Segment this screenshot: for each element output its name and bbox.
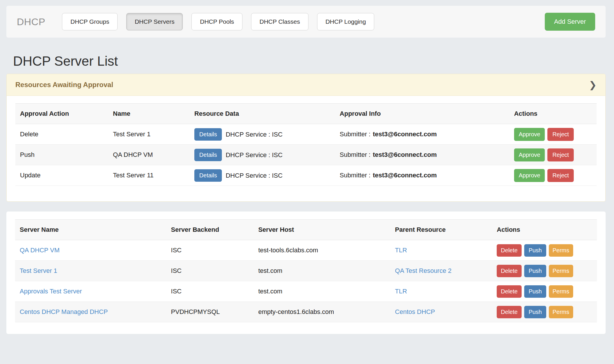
- add-server-button[interactable]: Add Server: [545, 13, 595, 31]
- parent-resource-link[interactable]: Centos DHCP: [395, 308, 435, 315]
- approval-panel-header[interactable]: Resources Awaiting Approval ❯: [7, 74, 605, 96]
- delete-button[interactable]: Delete: [497, 285, 522, 298]
- approval-table: Approval Action Name Resource Data Appro…: [15, 103, 597, 186]
- server-actions-cell: DeletePushPerms: [492, 261, 597, 281]
- push-button[interactable]: Push: [524, 265, 546, 277]
- perms-button[interactable]: Perms: [549, 285, 573, 298]
- delete-button[interactable]: Delete: [497, 306, 522, 318]
- approve-button[interactable]: Approve: [514, 169, 545, 182]
- server-row: Test Server 1 ISC test.com QA Test Resou…: [15, 261, 597, 281]
- server-backend-cell: PVDHCPMYSQL: [166, 302, 253, 322]
- push-button[interactable]: Push: [524, 244, 546, 257]
- push-button[interactable]: Push: [524, 285, 546, 298]
- submitter-label: Submitter :: [340, 130, 370, 138]
- col-parent-resource: Parent Resource: [390, 220, 492, 240]
- resources-awaiting-approval-panel: Resources Awaiting Approval ❯ Approval A…: [6, 74, 606, 202]
- tab-dhcp-classes[interactable]: DHCP Classes: [251, 13, 308, 30]
- approval-action-cell: Delete: [15, 124, 108, 145]
- col-server-host: Server Host: [254, 220, 390, 240]
- server-table-header-row: Server Name Server Backend Server Host P…: [15, 220, 597, 240]
- resource-data-cell: DetailsDHCP Service : ISC: [190, 124, 335, 145]
- server-host-cell: test-tools.6clabs.com: [254, 240, 390, 261]
- chevron-right-icon[interactable]: ❯: [589, 80, 597, 89]
- server-actions-cell: DeletePushPerms: [492, 302, 597, 322]
- tab-dhcp-logging[interactable]: DHCP Logging: [317, 13, 374, 30]
- resource-data-text: DHCP Service : ISC: [226, 172, 282, 179]
- delete-button[interactable]: Delete: [497, 265, 522, 277]
- col-server-backend: Server Backend: [166, 220, 253, 240]
- server-host-cell: test.com: [254, 261, 390, 281]
- approval-action-cell: Push: [15, 145, 108, 165]
- col-resource-data: Resource Data: [190, 104, 335, 124]
- approval-actions-cell: ApproveReject: [509, 145, 597, 165]
- server-name-link[interactable]: Centos DHCP Managed DHCP: [20, 308, 108, 315]
- parent-resource-cell: TLR: [390, 240, 492, 261]
- server-name-link[interactable]: Test Server 1: [20, 267, 57, 274]
- server-host-cell: empty-centos1.6clabs.com: [254, 302, 390, 322]
- tab-dhcp-servers[interactable]: DHCP Servers: [126, 13, 183, 30]
- col-approval-info: Approval Info: [335, 104, 509, 124]
- approval-info-cell: Submitter :test3@6connect.com: [335, 145, 509, 165]
- approval-name-cell: Test Server 11: [108, 165, 190, 186]
- approval-table-header-row: Approval Action Name Resource Data Appro…: [15, 104, 597, 124]
- approval-row: Update Test Server 11 DetailsDHCP Servic…: [15, 165, 597, 186]
- resource-data-text: DHCP Service : ISC: [226, 151, 282, 158]
- submitter-label: Submitter :: [340, 151, 370, 158]
- approval-row: Push QA DHCP VM DetailsDHCP Service : IS…: [15, 145, 597, 165]
- page-title: DHCP Server List: [13, 53, 614, 69]
- delete-button[interactable]: Delete: [497, 244, 522, 257]
- submitter-email: test3@6connect.com: [373, 151, 437, 158]
- perms-button[interactable]: Perms: [549, 265, 573, 277]
- tab-dhcp-pools[interactable]: DHCP Pools: [191, 13, 242, 30]
- approval-action-cell: Update: [15, 165, 108, 186]
- approve-button[interactable]: Approve: [514, 148, 545, 161]
- reject-button[interactable]: Reject: [547, 128, 574, 141]
- submitter-label: Submitter :: [340, 172, 370, 179]
- col-actions: Actions: [492, 220, 597, 240]
- resource-data-cell: DetailsDHCP Service : ISC: [190, 145, 335, 165]
- server-row: QA DHCP VM ISC test-tools.6clabs.com TLR…: [15, 240, 597, 261]
- resource-data-cell: DetailsDHCP Service : ISC: [190, 165, 335, 186]
- col-server-name: Server Name: [15, 220, 166, 240]
- server-host-cell: test.com: [254, 281, 390, 302]
- perms-button[interactable]: Perms: [549, 244, 573, 257]
- parent-resource-link[interactable]: TLR: [395, 288, 407, 295]
- tab-dhcp-groups[interactable]: DHCP Groups: [62, 13, 118, 30]
- server-name-cell: Centos DHCP Managed DHCP: [15, 302, 166, 322]
- server-backend-cell: ISC: [166, 240, 253, 261]
- server-row: Centos DHCP Managed DHCP PVDHCPMYSQL emp…: [15, 302, 597, 322]
- details-button[interactable]: Details: [194, 149, 222, 161]
- approval-info-cell: Submitter :test3@6connect.com: [335, 165, 509, 186]
- details-button[interactable]: Details: [194, 169, 222, 182]
- server-table: Server Name Server Backend Server Host P…: [15, 219, 597, 322]
- col-name: Name: [108, 104, 190, 124]
- reject-button[interactable]: Reject: [547, 148, 574, 161]
- server-list-panel: Server Name Server Backend Server Host P…: [6, 212, 606, 334]
- perms-button[interactable]: Perms: [549, 306, 573, 318]
- parent-resource-cell: TLR: [390, 281, 492, 302]
- push-button[interactable]: Push: [524, 306, 546, 318]
- server-actions-cell: DeletePushPerms: [492, 240, 597, 261]
- server-row: Approvals Test Server ISC test.com TLR D…: [15, 281, 597, 302]
- parent-resource-link[interactable]: QA Test Resource 2: [395, 267, 452, 274]
- parent-resource-cell: Centos DHCP: [390, 302, 492, 322]
- approval-actions-cell: ApproveReject: [509, 124, 597, 145]
- approval-panel-body: Approval Action Name Resource Data Appro…: [7, 96, 605, 201]
- approval-name-cell: QA DHCP VM: [108, 145, 190, 165]
- col-actions: Actions: [509, 104, 597, 124]
- parent-resource-link[interactable]: TLR: [395, 247, 407, 254]
- reject-button[interactable]: Reject: [547, 169, 574, 182]
- server-name-cell: Approvals Test Server: [15, 281, 166, 302]
- server-backend-cell: ISC: [166, 281, 253, 302]
- approve-button[interactable]: Approve: [514, 128, 545, 141]
- server-backend-cell: ISC: [166, 261, 253, 281]
- server-name-link[interactable]: Approvals Test Server: [20, 288, 82, 295]
- section-title-dhcp: DHCP: [17, 16, 45, 27]
- server-name-link[interactable]: QA DHCP VM: [20, 247, 60, 254]
- approval-row: Delete Test Server 1 DetailsDHCP Service…: [15, 124, 597, 145]
- details-button[interactable]: Details: [194, 128, 222, 141]
- parent-resource-cell: QA Test Resource 2: [390, 261, 492, 281]
- submitter-email: test3@6connect.com: [373, 172, 437, 179]
- submitter-email: test3@6connect.com: [373, 130, 437, 138]
- approval-info-cell: Submitter :test3@6connect.com: [335, 124, 509, 145]
